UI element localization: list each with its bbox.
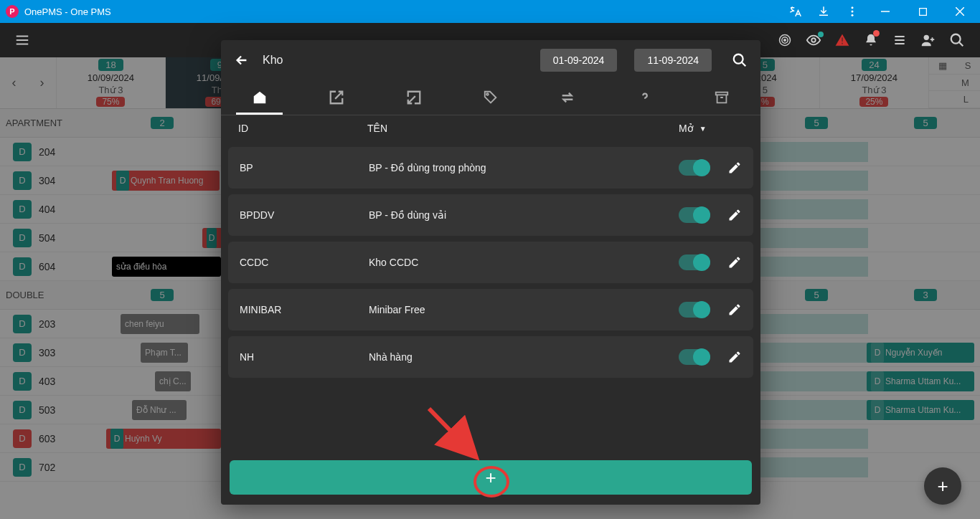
room-number: 204	[39, 146, 55, 158]
reservation-block[interactable]: chị C...	[155, 371, 191, 391]
warehouse-row: CCDC Kho CCDC	[228, 242, 753, 283]
svg-point-18	[951, 34, 961, 44]
menu-button[interactable]	[9, 27, 36, 54]
day-column[interactable]: 24 17/09/2024 Thứ 3 25%	[819, 57, 928, 108]
next-day-button[interactable]: ›	[39, 75, 44, 90]
section-count-cell: 5	[762, 289, 871, 301]
svg-point-1	[852, 11, 854, 13]
room-number: 303	[39, 347, 55, 358]
svg-point-12	[784, 39, 786, 42]
search-icon[interactable]	[943, 26, 971, 54]
minimize-button[interactable]	[871, 0, 900, 23]
day-dow: 5	[763, 85, 768, 95]
download-icon[interactable]	[814, 1, 834, 22]
row-name: BP - Đồ dùng vải	[369, 209, 679, 221]
room-number: 403	[39, 376, 55, 387]
day-occupancy: 25%	[859, 97, 888, 107]
modal-tabs	[221, 80, 760, 115]
row-toggle[interactable]	[679, 254, 710, 270]
room-number: 503	[39, 404, 55, 416]
row-toggle[interactable]	[679, 302, 710, 318]
edit-icon[interactable]	[727, 255, 742, 270]
window-titlebar: P OnePMS - One PMS	[0, 0, 980, 23]
day-occupancy: 75%	[96, 97, 125, 107]
tab-export[interactable]	[375, 80, 452, 115]
room-status-chip: D	[13, 429, 32, 448]
day-column[interactable]: 18 10/09/2024 Thứ 3 75%	[56, 57, 165, 108]
edit-icon[interactable]	[727, 161, 742, 175]
add-button[interactable]: +	[230, 460, 752, 495]
tab-home[interactable]	[221, 80, 298, 115]
warehouse-row: BPDDV BP - Đồ dùng vải	[228, 194, 753, 236]
reservation-block[interactable]: DSharma Uttam Ku...	[867, 371, 974, 391]
warehouse-row: NH Nhà hàng	[228, 336, 753, 378]
edit-icon[interactable]	[727, 350, 742, 364]
modal-search-icon[interactable]	[732, 52, 748, 68]
date-to-button[interactable]: 11-09-2024	[634, 49, 712, 72]
close-button[interactable]	[946, 0, 974, 23]
reservation-block[interactable]: DHuỳnh Vy	[106, 429, 221, 449]
day-dow: Thứ 3	[862, 85, 886, 95]
row-name: Minibar Free	[369, 304, 679, 315]
col-id: ID	[238, 123, 367, 134]
room-status-chip: D	[13, 171, 32, 190]
reservation-block[interactable]: chen feiyu	[121, 314, 199, 334]
list-icon[interactable]	[885, 26, 914, 54]
size-m[interactable]: M	[961, 77, 969, 88]
date-from-button[interactable]: 01-09-2024	[540, 49, 618, 72]
room-number: 504	[39, 232, 55, 244]
modal-header: Kho 01-09-2024 11-09-2024	[221, 40, 760, 80]
translate-icon[interactable]	[785, 1, 805, 22]
more-icon[interactable]	[842, 1, 862, 22]
svg-rect-4	[919, 8, 926, 15]
col-open-dropdown[interactable]: Mở▼	[679, 123, 743, 134]
section-count-cell: 5	[871, 117, 980, 129]
row-toggle[interactable]	[679, 349, 710, 365]
row-toggle[interactable]	[679, 207, 710, 223]
radar-icon[interactable]	[771, 26, 799, 54]
tab-archive[interactable]	[684, 80, 760, 115]
tab-import[interactable]	[298, 80, 374, 115]
person-add-icon[interactable]	[914, 26, 943, 54]
size-l[interactable]: L	[963, 94, 969, 105]
reservation-block[interactable]: DQuynh Tran Huong	[112, 171, 220, 191]
date-nav: ‹ ›	[0, 57, 56, 108]
row-name: BP - Đồ dùng trong phòng	[369, 162, 679, 173]
row-id: BPDDV	[240, 209, 369, 221]
reservation-block[interactable]: D	[202, 228, 222, 248]
back-button[interactable]	[234, 52, 250, 68]
edit-icon[interactable]	[727, 303, 742, 317]
section-label: DOUBLE	[0, 290, 108, 300]
reservation-block[interactable]: DSharma Uttam Ku...	[867, 400, 974, 420]
svg-rect-23	[716, 92, 728, 95]
fab-add[interactable]: +	[924, 467, 961, 505]
maximize-button[interactable]	[908, 0, 937, 23]
warning-icon[interactable]	[828, 26, 857, 54]
app-icon: P	[6, 5, 19, 18]
tab-tag[interactable]	[452, 80, 529, 115]
prev-day-button[interactable]: ‹	[11, 75, 16, 90]
tab-transfer[interactable]	[529, 80, 606, 115]
room-status-chip: D	[13, 143, 32, 161]
calendar-icon[interactable]: ▦	[938, 60, 947, 71]
eye-icon[interactable]	[799, 26, 828, 54]
window-title: OnePMS - One PMS	[24, 6, 785, 17]
tab-help[interactable]	[606, 80, 683, 115]
section-label: APARTMENT	[0, 118, 108, 128]
size-s[interactable]: S	[965, 60, 971, 71]
row-id: CCDC	[240, 257, 369, 268]
reservation-block[interactable]: Đỗ Như ...	[132, 400, 187, 420]
room-status-chip: D	[13, 229, 32, 247]
reservation-block[interactable]: sửa điều hòa	[112, 257, 221, 277]
room-status-chip: D	[13, 372, 32, 391]
table-header: ID TÊN Mở▼	[221, 115, 760, 141]
reservation-block[interactable]: DNguyễn Xuyến	[867, 343, 974, 363]
bell-icon[interactable]	[857, 26, 885, 54]
section-count-cell: 2	[108, 117, 217, 129]
edit-icon[interactable]	[727, 208, 742, 222]
room-number: 404	[39, 204, 55, 215]
reservation-block[interactable]: Phạm T...	[141, 343, 188, 363]
row-toggle[interactable]	[679, 160, 710, 176]
room-status-chip: D	[13, 343, 32, 362]
room-status-chip: D	[13, 401, 32, 419]
